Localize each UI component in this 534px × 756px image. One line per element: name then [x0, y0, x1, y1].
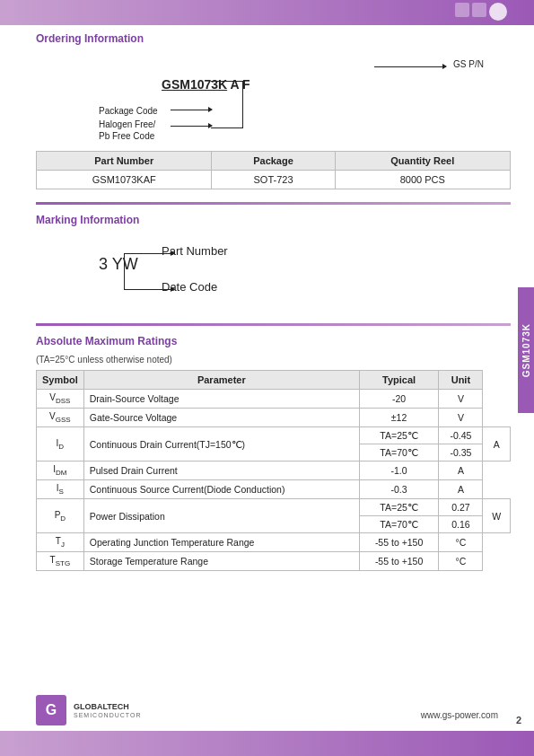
bracket-h-bottom [211, 127, 243, 128]
cell-parameter: Continuous Source Current(Diode Conducti… [83, 480, 359, 499]
cell-parameter: Gate-Source Voltage [83, 409, 359, 427]
cell-typical: -1.0 [359, 462, 438, 480]
cell-symbol: IDM [37, 462, 84, 480]
cell-qty: 8000 PCS [335, 171, 510, 189]
part-suffix: A F [227, 77, 249, 92]
table-row: IDContinuous Drain Current(TJ=150℃)TA=25… [37, 427, 511, 444]
part-number-display: GSM1073K A F [162, 77, 250, 92]
cell-condition: TA=25℃ [359, 427, 438, 444]
cell-typical: -20 [359, 390, 438, 409]
table-row: PDPower DissipationTA=25℃0.27W [37, 499, 511, 516]
ratings-section: Absolute Maximum Ratings (TA=25°C unless… [36, 335, 511, 571]
col-symbol: Symbol [37, 371, 84, 390]
cell-unit: W [483, 499, 511, 533]
col-package: Package [212, 152, 335, 171]
logo-text-block: GLOBALTECH SEMICONDUCTOR [74, 702, 141, 719]
table-row: TSTGStorage Temperature Range-55 to +150… [37, 552, 511, 571]
cell-unit: °C [439, 552, 483, 571]
cell-symbol: VDSS [37, 390, 84, 409]
cell-parameter: Pulsed Drain Current [83, 462, 359, 480]
cell-unit: °C [439, 533, 483, 552]
date-code-label: Date Code [162, 280, 217, 294]
col-parameter: Parameter [83, 371, 359, 390]
page-number: 2 [516, 715, 521, 725]
mark-bracket-h-top [124, 253, 136, 254]
gsp-label: GS P/N [453, 59, 484, 69]
marking-date-label: Date Code [162, 280, 217, 294]
ordering-diagram: GS P/N GSM1073K A F Package Code Halogen… [90, 52, 511, 151]
hf-label: Halogen Free/Pb Free Code [99, 119, 155, 142]
cell-parameter: Drain-Source Voltage [83, 390, 359, 409]
logo-sub: SEMICONDUCTOR [74, 712, 141, 718]
cell-typical: -0.45 [439, 427, 483, 444]
logo-icon: G [36, 695, 66, 725]
ordering-table: Part Number Package Quantity Reel GSM107… [36, 151, 511, 189]
logo-name: GLOBALTECH [74, 702, 141, 713]
table-row: TJOperating Junction Temperature Range-5… [37, 533, 511, 552]
cell-typical: -0.3 [359, 480, 438, 499]
cell-typical: -0.35 [439, 444, 483, 462]
ordering-title: Ordering Information [36, 32, 511, 45]
col-unit: Unit [439, 371, 483, 390]
cell-parameter: Continuous Drain Current(TJ=150℃) [83, 427, 359, 462]
col-qty-reel: Quantity Reel [335, 152, 510, 171]
cell-part-num: GSM1073KAF [37, 171, 212, 189]
marking-section: Marking Information 3 YW Part Number Dat… [36, 214, 511, 314]
marking-title: Marking Information [36, 214, 511, 226]
top-bar-decoration [455, 3, 507, 21]
deco-square-1 [455, 3, 469, 17]
cell-unit: A [483, 427, 511, 462]
right-tab: GSM1073K [518, 287, 534, 413]
hf-arrow [171, 126, 212, 127]
logo-area: G GLOBALTECH SEMICONDUCTOR [36, 695, 141, 725]
cell-typical: -55 to +150 [359, 533, 438, 552]
cell-symbol: VGSS [37, 409, 84, 427]
cell-condition: TA=70℃ [359, 516, 438, 533]
bracket-vertical [242, 81, 243, 127]
ratings-header-row: Symbol Parameter Typical Unit [37, 371, 511, 390]
ratings-table: Symbol Parameter Typical Unit VDSSDrain-… [36, 370, 511, 571]
purple-divider-2 [36, 323, 511, 326]
cell-symbol: ID [37, 427, 84, 462]
col-part-number: Part Number [37, 152, 212, 171]
gsp-arrow [374, 66, 446, 67]
ratings-note: (TA=25°C unless otherwise noted) [36, 355, 511, 365]
top-bar [0, 0, 534, 25]
ordering-table-header-row: Part Number Package Quantity Reel [37, 152, 511, 171]
bottom-bar [0, 731, 534, 756]
bracket-h-top [211, 81, 243, 82]
cell-symbol: PD [37, 499, 84, 533]
table-row: ISContinuous Source Current(Diode Conduc… [37, 480, 511, 499]
part-number-label: Part Number [162, 244, 228, 258]
marking-part-label: Part Number [162, 244, 228, 258]
cell-unit: V [439, 390, 483, 409]
cell-symbol: TSTG [37, 552, 84, 571]
cell-unit: A [439, 462, 483, 480]
deco-square-2 [472, 3, 486, 17]
cell-condition: TA=25℃ [359, 499, 438, 516]
cell-parameter: Operating Junction Temperature Range [83, 533, 359, 552]
pkg-arrow [171, 110, 212, 110]
cell-symbol: IS [37, 480, 84, 499]
cell-unit: A [439, 480, 483, 499]
cell-typical: -55 to +150 [359, 552, 438, 571]
main-content: Ordering Information GS P/N GSM1073K A F… [36, 32, 511, 580]
cell-symbol: TJ [37, 533, 84, 552]
table-row: VGSSGate-Source Voltage±12V [37, 409, 511, 427]
marking-diagram: 3 YW Part Number Date Code [63, 233, 511, 314]
pkg-label: Package Code [99, 106, 158, 116]
marking-3yw: 3 YW [99, 255, 138, 274]
cell-typical: 0.16 [439, 516, 483, 533]
table-row: VDSSDrain-Source Voltage-20V [37, 390, 511, 409]
right-tab-text: GSM1073K [521, 323, 531, 377]
cell-package: SOT-723 [212, 171, 335, 189]
purple-divider-1 [36, 202, 511, 205]
cell-parameter: Storage Temperature Range [83, 552, 359, 571]
ordering-table-row: GSM1073KAF SOT-723 8000 PCS [37, 171, 511, 189]
cell-unit: V [439, 409, 483, 427]
deco-circle [489, 3, 507, 21]
cell-parameter: Power Dissipation [83, 499, 359, 533]
cell-condition: TA=70℃ [359, 444, 438, 462]
hf-label-text: Halogen Free/Pb Free Code [99, 119, 155, 141]
cell-typical: 0.27 [439, 499, 483, 516]
